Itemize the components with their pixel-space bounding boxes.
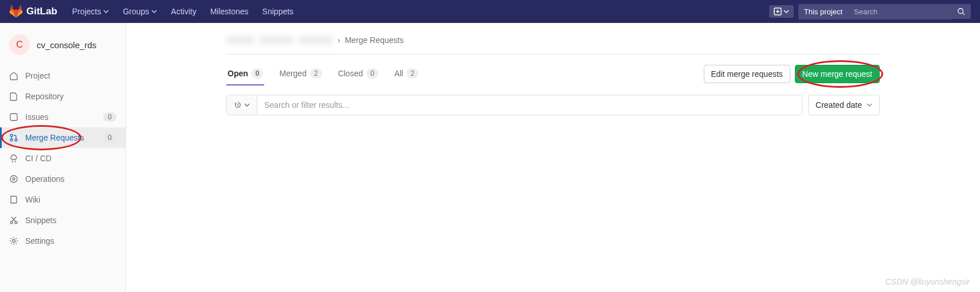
sidebar-item-label: Merge Requests — [25, 133, 84, 142]
sidebar-item-project[interactable]: Project — [0, 65, 126, 86]
main-content: › Merge Requests Open 0 Merged 2 Closed … — [126, 23, 980, 292]
sidebar-item-snippets[interactable]: Snippets — [0, 210, 126, 231]
issues-icon — [9, 112, 18, 122]
sidebar-item-label: CI / CD — [25, 154, 52, 163]
sidebar-item-label: Settings — [25, 236, 54, 246]
svg-point-1 — [958, 9, 963, 14]
chevron-down-icon — [103, 9, 109, 14]
sort-dropdown[interactable]: Created date — [808, 95, 880, 115]
search-input[interactable] — [848, 4, 951, 20]
tab-count: 0 — [366, 68, 378, 79]
mr-toolbar: Open 0 Merged 2 Closed 0 All 2 — [226, 54, 880, 85]
sidebar-item-cicd[interactable]: CI / CD — [0, 148, 126, 169]
search-icon — [957, 7, 965, 15]
breadcrumb-current: Merge Requests — [345, 36, 404, 45]
navbar-left: GitLab Projects Groups Activity Mileston… — [9, 2, 299, 21]
project-avatar: C — [9, 34, 30, 55]
doc-icon — [9, 92, 18, 101]
breadcrumb-item-redacted[interactable] — [260, 36, 294, 45]
tab-count: 0 — [252, 68, 264, 79]
sidebar-item-label: Operations — [25, 174, 64, 184]
tab-closed[interactable]: Closed 0 — [337, 63, 379, 85]
svg-point-5 — [15, 139, 17, 141]
navbar-right: This project — [769, 4, 971, 20]
sidebar-item-label: Repository — [25, 92, 64, 101]
search-box: This project — [798, 4, 971, 20]
project-header[interactable]: C cv_console_rds — [0, 29, 126, 61]
svg-point-7 — [13, 178, 15, 180]
svg-point-10 — [13, 240, 15, 243]
mr-tabs: Open 0 Merged 2 Closed 0 All 2 — [226, 63, 420, 85]
breadcrumb-separator: › — [338, 36, 340, 45]
svg-point-3 — [10, 134, 13, 137]
watermark: CSDN @liuyunshengsir — [885, 277, 970, 286]
operations-icon — [9, 174, 18, 184]
sidebar-item-settings[interactable]: Settings — [0, 231, 126, 251]
history-icon — [234, 101, 242, 109]
sort-label: Created date — [816, 100, 862, 110]
tab-label: Open — [228, 69, 248, 78]
rocket-icon — [9, 154, 18, 163]
search-button[interactable] — [951, 4, 971, 19]
merge-request-icon — [9, 133, 18, 142]
issues-count-badge: 0 — [103, 112, 116, 122]
gear-icon — [9, 236, 18, 246]
sidebar-item-label: Snippets — [25, 216, 56, 225]
svg-point-8 — [10, 221, 13, 224]
svg-point-9 — [15, 221, 17, 224]
tab-merged[interactable]: Merged 2 — [278, 63, 323, 85]
sidebar-item-wiki[interactable]: Wiki — [0, 189, 126, 210]
page-layout: C cv_console_rds Project Repository Issu… — [0, 23, 980, 292]
svg-point-4 — [10, 139, 13, 141]
home-icon — [9, 71, 18, 80]
search-scope-button[interactable]: This project — [798, 4, 848, 20]
sidebar-item-issues[interactable]: Issues 0 — [0, 107, 126, 127]
tab-open[interactable]: Open 0 — [226, 63, 264, 85]
chevron-down-icon — [244, 102, 250, 108]
content-wrapper: › Merge Requests Open 0 Merged 2 Closed … — [215, 23, 891, 122]
gitlab-icon — [9, 5, 23, 18]
nav-groups[interactable]: Groups — [117, 2, 163, 21]
sidebar-item-operations[interactable]: Operations — [0, 169, 126, 189]
chevron-down-icon — [783, 9, 789, 14]
chevron-down-icon — [867, 102, 872, 108]
svg-point-6 — [10, 176, 17, 182]
new-dropdown-button[interactable] — [769, 5, 794, 18]
plus-icon — [774, 7, 782, 15]
tab-label: Merged — [279, 69, 306, 78]
filter-container — [226, 95, 802, 115]
nav-snippets[interactable]: Snippets — [257, 2, 299, 21]
mr-actions: Edit merge requests New merge request — [704, 65, 880, 83]
breadcrumb: › Merge Requests — [226, 30, 880, 54]
book-icon — [9, 195, 18, 204]
gitlab-logo[interactable]: GitLab — [9, 5, 57, 18]
sidebar-item-label: Wiki — [25, 195, 40, 204]
scissors-icon — [9, 216, 18, 225]
chevron-down-icon — [151, 9, 157, 14]
sidebar-item-label: Issues — [25, 112, 48, 122]
history-button[interactable] — [227, 95, 257, 115]
filter-bar: Created date — [226, 95, 880, 115]
breadcrumb-item-redacted[interactable] — [299, 36, 333, 45]
sidebar-item-label: Project — [25, 71, 50, 80]
tab-label: All — [394, 69, 403, 78]
tab-label: Closed — [338, 69, 363, 78]
svg-rect-2 — [10, 114, 17, 120]
brand-name: GitLab — [26, 6, 57, 17]
filter-input[interactable] — [257, 95, 802, 115]
project-name: cv_console_rds — [37, 40, 96, 50]
sidebar-item-repository[interactable]: Repository — [0, 86, 126, 107]
tab-all[interactable]: All 2 — [393, 63, 420, 85]
nav-milestones[interactable]: Milestones — [205, 2, 254, 21]
sidebar: C cv_console_rds Project Repository Issu… — [0, 23, 126, 292]
edit-merge-requests-button[interactable]: Edit merge requests — [704, 65, 790, 83]
tab-count: 2 — [406, 68, 418, 79]
tab-count: 2 — [310, 68, 322, 79]
breadcrumb-item-redacted[interactable] — [226, 36, 255, 45]
sidebar-item-merge-requests[interactable]: Merge Requests 0 — [0, 127, 126, 148]
nav-activity[interactable]: Activity — [165, 2, 202, 21]
new-merge-request-button[interactable]: New merge request — [795, 65, 880, 83]
top-navbar: GitLab Projects Groups Activity Mileston… — [0, 0, 980, 23]
nav-projects[interactable]: Projects — [66, 2, 115, 21]
mr-count-badge: 0 — [103, 133, 116, 142]
